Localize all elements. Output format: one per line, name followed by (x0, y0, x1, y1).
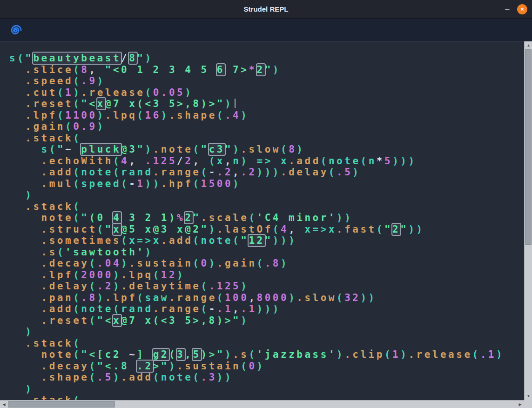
horizontal-scrollbar[interactable]: ◀ ▶ (0, 400, 524, 408)
code-token: ))) (257, 303, 281, 314)
code-line: s("beautybeast/8") (9, 53, 524, 64)
code-token: "<0 1 2 3 4 5 (105, 64, 217, 75)
code-token: x (281, 155, 289, 167)
code-token: ( (137, 292, 145, 303)
code-token: ] (137, 349, 153, 360)
code-token: ) (241, 281, 249, 292)
code-token: " (25, 53, 33, 64)
code-token: .range (153, 303, 201, 314)
code-token: ) (145, 247, 153, 258)
code-line: .add(note(rand.range(-.2,.2))).delay(.5) (9, 167, 524, 178)
code-token: ( (65, 121, 73, 132)
code-token: ( (217, 292, 225, 303)
code-token: ( (73, 75, 81, 87)
code-token: ( (57, 110, 65, 121)
code-token: .cut (25, 87, 57, 98)
code-token: 2000 (81, 269, 113, 281)
horizontal-scrollbar-thumb[interactable] (8, 401, 115, 408)
code-line: .lpf(2000).lpq(12) (9, 269, 524, 281)
scroll-up-button[interactable]: ▲ (525, 41, 532, 49)
code-token: ( (377, 224, 384, 235)
code-token: .echoWith (41, 155, 113, 167)
code-token: .clip (344, 349, 384, 360)
code-area[interactable]: s("beautybeast/8") .slice(8, "<0 1 2 3 4… (0, 41, 524, 400)
code-token: .1 (480, 349, 496, 360)
vertical-scrollbar-thumb[interactable] (525, 49, 532, 245)
code-token (9, 155, 41, 167)
code-line: .slice(8, "<0 1 2 3 4 5 6 7>*2") (9, 64, 524, 76)
code-token: " (225, 144, 233, 155)
close-button[interactable]: × (517, 4, 527, 14)
highlighted-token: 2 (392, 224, 400, 235)
code-token: ( (89, 361, 97, 372)
code-line: .sometimes(x=>x.add(note("12"))) (9, 235, 524, 247)
code-token: .8 (81, 292, 97, 303)
code-token: )) (145, 178, 161, 189)
code-token: ( (217, 110, 225, 121)
code-token: ( (113, 167, 121, 178)
code-token: .lpf (41, 269, 74, 281)
code-token: " (241, 235, 249, 246)
scroll-left-button[interactable]: ◀ (0, 401, 8, 408)
code-token: ( (89, 372, 97, 383)
code-token: ) (241, 155, 249, 167)
code-token: 0.05 (153, 87, 185, 98)
code-token: ( (321, 155, 329, 167)
code-token (9, 361, 41, 372)
code-token: * (249, 64, 256, 75)
highlighted-token: 12 (249, 235, 264, 246)
code-token: rand (121, 167, 153, 178)
code-token: ) (25, 189, 33, 201)
code-token: ( (281, 144, 289, 155)
vertical-scrollbar[interactable]: ▲ ▼ (524, 41, 532, 400)
code-token: ( (73, 349, 81, 360)
code-token: .04 (97, 258, 121, 269)
code-token: ) (273, 64, 281, 75)
code-line: .decay("<.8 .2>").sustain(0) (9, 361, 524, 372)
highlighted-token: c3 (209, 144, 225, 155)
code-token (9, 315, 41, 326)
scroll-right-button[interactable]: ▶ (516, 401, 524, 408)
code-token: ( (153, 372, 161, 383)
highlighted-token: 4 (113, 212, 121, 223)
code-token: ) (97, 110, 105, 121)
code-token (9, 98, 25, 109)
code-token: ( (73, 338, 81, 349)
code-token: ))) (392, 155, 416, 167)
code-token: .delay (41, 281, 89, 292)
code-token: 4 (281, 224, 289, 235)
code-token: ) (289, 292, 296, 303)
code-token: ( (89, 281, 97, 292)
code-token: .lpq (105, 110, 137, 121)
code-token: .speed (25, 75, 73, 87)
code-token: .125 (145, 155, 177, 167)
code-token: ))) (257, 167, 281, 178)
code-token: .gain (217, 258, 257, 269)
code-token: .slice (25, 64, 73, 75)
highlighted-token: .2 (137, 361, 153, 372)
code-token: ( (145, 87, 153, 98)
title-bar[interactable]: Strudel REPL – × (0, 0, 532, 19)
code-token: .decay (41, 258, 89, 269)
code-token: - (209, 303, 217, 314)
code-token: " (105, 224, 113, 235)
code-token: 1 (65, 87, 73, 98)
code-token: / (121, 53, 129, 64)
scroll-down-button[interactable]: ▼ (525, 392, 532, 400)
code-token: ))) (273, 235, 296, 246)
code-token: .3 (201, 372, 217, 383)
code-token: .1 (217, 303, 233, 314)
code-line: .echoWith(4, .125/2, (x,n) => x.add(note… (9, 155, 524, 167)
code-token: .reset (25, 98, 73, 109)
code-line: .stack( (9, 338, 524, 349)
minimize-button[interactable]: – (505, 7, 510, 12)
code-line: .lpf(1100).lpq(16).shape(.4) (9, 110, 524, 121)
code-token: , (289, 224, 304, 235)
toolbar (0, 19, 532, 41)
code-token: .mul (41, 178, 74, 189)
code-token (9, 269, 41, 281)
code-token: ( (201, 303, 209, 314)
code-token: .5 (97, 372, 113, 383)
code-token: .5 (337, 167, 352, 178)
code-token (9, 133, 25, 144)
